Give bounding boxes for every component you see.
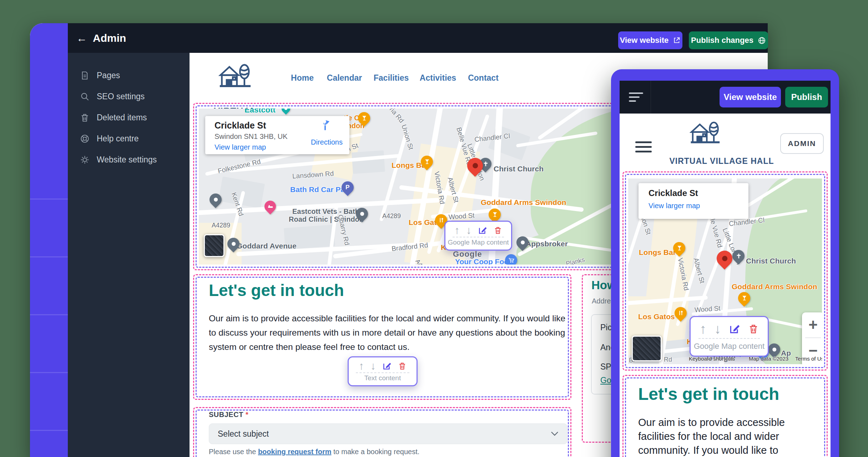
- map-label: Goddard Arms Swindon: [481, 199, 566, 206]
- admin-badge-button[interactable]: ADMIN: [780, 133, 824, 154]
- edit-icon[interactable]: [478, 226, 487, 235]
- sidebar-item-help-centre[interactable]: Help centre: [68, 130, 190, 147]
- view-larger-map-link[interactable]: View larger map: [649, 202, 700, 210]
- move-up-button[interactable]: ↑: [700, 322, 706, 336]
- mobile-map-block-toolbar: ↑ ↓ Google Map content: [690, 316, 769, 357]
- mobile-menu-icon[interactable]: [620, 81, 651, 114]
- mobile-site-preview: VIRTUAL VILLAGE HALL ADMIN Cricklade St …: [620, 114, 831, 457]
- map-label: Eastcott Vets - Bath: [292, 208, 359, 215]
- move-up-button[interactable]: ↑: [359, 361, 364, 371]
- mobile-contact-heading: Let's get in touch: [638, 384, 779, 404]
- map-label: Lansdown Rd: [292, 170, 334, 180]
- external-link-icon: [673, 36, 681, 44]
- move-down-button[interactable]: ↓: [466, 225, 471, 236]
- site-logo: [218, 61, 251, 95]
- directions-link[interactable]: Directions: [311, 138, 343, 146]
- contact-body: Our aim is to provide accessible facilit…: [209, 311, 566, 354]
- map-label: A4289: [212, 222, 230, 229]
- subject-select-value: Select subject: [218, 429, 269, 439]
- accent-strip-divider: [30, 430, 68, 431]
- map-block-toolbar: ↑ ↓ Google Map content: [444, 221, 512, 251]
- map-label: Longs Bar: [639, 248, 676, 256]
- map-label: Christ Church: [494, 165, 544, 173]
- publish-changes-button[interactable]: Publish changes: [689, 31, 768, 49]
- mobile-site-logo-text: VIRTUAL VILLAGE HALL: [668, 156, 775, 166]
- map-label: Christ Church: [746, 257, 796, 265]
- search-icon: [80, 92, 90, 101]
- map-label: Appsbroker: [526, 240, 568, 248]
- zoom-in-button[interactable]: +: [808, 312, 818, 337]
- accent-strip-divider: [30, 372, 68, 373]
- accent-strip-divider: [30, 314, 68, 315]
- subject-label: SUBJECT *: [209, 411, 248, 419]
- move-up-button[interactable]: ↑: [454, 225, 460, 236]
- directions-icon[interactable]: [319, 119, 332, 132]
- sidebar-item-pages[interactable]: Pages: [68, 66, 190, 84]
- satellite-view-thumbnail[interactable]: [632, 336, 662, 361]
- map-label: Your Coop Food: [455, 258, 513, 265]
- delete-icon[interactable]: [398, 361, 407, 371]
- text-block-label: Text content: [364, 374, 401, 382]
- window-accent-strip: [30, 23, 68, 457]
- subject-select[interactable]: Select subject: [209, 423, 567, 444]
- mobile-google-map-embed[interactable]: Cricklade St View larger map ↑ ↓ Google …: [628, 179, 822, 364]
- hamburger-menu-icon[interactable]: [635, 141, 652, 152]
- terms-of-use-link[interactable]: Terms of Use: [795, 356, 822, 362]
- edit-icon[interactable]: [729, 323, 740, 335]
- sidebar-item-website-settings[interactable]: Website settings: [68, 151, 190, 169]
- map-label: Eastcott: [244, 109, 276, 114]
- nav-calendar[interactable]: Calendar: [327, 73, 362, 83]
- move-down-button[interactable]: ↓: [714, 322, 721, 336]
- map-card-title: Cricklade St: [649, 188, 698, 198]
- booking-request-form-link[interactable]: booking request form: [258, 448, 332, 456]
- hotel-map-pin: [262, 198, 278, 214]
- sidebar-item-seo-settings[interactable]: SEO settings: [68, 87, 190, 105]
- map-road: [379, 130, 409, 221]
- mobile-site-logo: [690, 119, 720, 151]
- contact-heading: Let's get in touch: [209, 281, 344, 300]
- mobile-view-website-button[interactable]: View website: [720, 87, 781, 107]
- mobile-contact-body: Our aim is to provide accessible facilit…: [638, 416, 809, 457]
- required-asterisk: *: [246, 411, 248, 418]
- map-label: Los Gatos: [638, 313, 675, 321]
- help-icon: [80, 134, 90, 144]
- map-label: Goddard Avenue: [237, 242, 297, 250]
- accent-strip-divider: [30, 256, 68, 257]
- mobile-map-info-card: Cricklade St View larger map: [639, 183, 748, 219]
- toolbar-divider: [453, 237, 504, 237]
- map-label: Folkestone Rd: [217, 158, 261, 175]
- accent-strip-divider: [30, 199, 68, 200]
- nav-facilities[interactable]: Facilities: [374, 73, 409, 83]
- nav-contact[interactable]: Contact: [468, 73, 499, 83]
- map-label: Goddard Arms Swindon: [732, 283, 817, 291]
- form-helper-text: Please use the booking request form to m…: [209, 448, 419, 456]
- admin-title: Admin: [93, 32, 126, 44]
- satellite-view-thumbnail[interactable]: [204, 234, 224, 257]
- admin-topbar: ← Admin View website Publish changes: [68, 23, 768, 53]
- gear-icon: [80, 155, 90, 165]
- edit-icon[interactable]: [382, 361, 392, 371]
- back-arrow-icon[interactable]: ←: [76, 32, 87, 44]
- view-larger-map-link[interactable]: View larger map: [215, 143, 266, 151]
- map-block-label: Google Map content: [694, 342, 764, 351]
- map-data-label: Map data ©2023: [749, 356, 788, 362]
- move-down-button[interactable]: ↓: [370, 361, 376, 371]
- map-label: Rd: [664, 356, 672, 363]
- document-icon: [80, 71, 90, 80]
- globe-icon: [758, 36, 766, 45]
- map-label: Google: [453, 250, 482, 258]
- delete-icon[interactable]: [748, 323, 759, 335]
- nav-activities[interactable]: Activities: [420, 73, 456, 83]
- sidebar-item-deleted-items[interactable]: Deleted items: [68, 109, 190, 126]
- map-label: A4289: [382, 213, 401, 220]
- map-block-label: Google Map content: [448, 238, 509, 246]
- map-label: Road Clinic | Swindon: [289, 216, 364, 223]
- mobile-publish-button[interactable]: Publish: [785, 87, 828, 107]
- toolbar-divider: [698, 338, 760, 339]
- delete-icon[interactable]: [494, 226, 502, 235]
- nav-home[interactable]: Home: [291, 73, 314, 83]
- teal-map-pin: [280, 109, 292, 115]
- map-info-card: Cricklade St Swindon SN1 3HB, UK View la…: [205, 116, 349, 154]
- view-website-button[interactable]: View website: [618, 31, 682, 49]
- keyboard-shortcuts-link[interactable]: Keyboard shortcuts: [689, 356, 735, 362]
